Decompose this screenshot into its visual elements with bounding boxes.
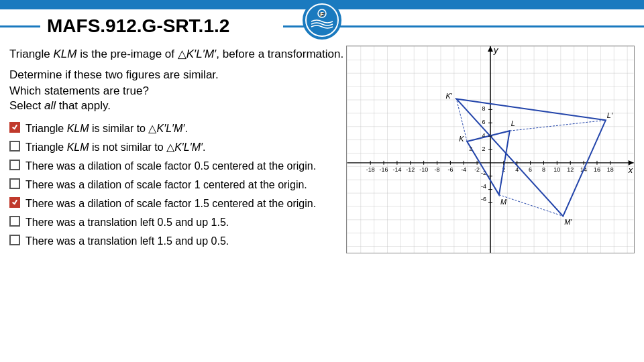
svg-text:K′: K′ [445,92,452,100]
title-line-left [0,25,40,27]
checkbox-3[interactable] [9,160,20,170]
svg-text:-4: -4 [461,166,466,173]
statement-1-text: Triangle KLM is similar to △K′L′M′. [25,121,188,137]
svg-text:2: 2 [469,145,472,152]
svg-text:8: 8 [482,105,486,112]
svg-text:18: 18 [607,166,614,173]
svg-text:-10: -10 [419,166,428,173]
statement-5-text: There was a dilation of scale factor 1.5… [25,196,316,212]
svg-text:16: 16 [594,166,600,173]
statement-2-text: Triangle KLM is not similar to △K′L′M′. [25,139,206,156]
logo-circle: 🎓 F [303,1,341,40]
svg-point-0 [306,4,338,36]
checkbox-6[interactable] [9,216,20,227]
svg-text:8: 8 [542,166,545,173]
checkbox-4[interactable] [9,178,20,189]
svg-text:6: 6 [482,119,486,125]
svg-text:x: x [628,165,633,175]
svg-text:-6: -6 [481,196,486,202]
triangle-klm: KLM [54,48,77,60]
page-title: MAFS.912.G-SRT.1.2 [40,15,283,37]
svg-text:2: 2 [482,145,486,152]
svg-text:M′: M′ [564,218,572,226]
checkbox-7[interactable] [9,235,20,245]
svg-text:-16: -16 [380,166,388,173]
triangle-prime: △K′L′M′ [178,48,217,60]
statement-6-text: There was a translation left 0.5 and up … [25,215,229,231]
svg-text:L: L [511,119,515,127]
svg-text:12: 12 [567,166,574,173]
svg-text:-12: -12 [406,166,415,173]
statement-7-text: There was a translation left 1.5 and up … [25,233,229,249]
svg-text:-8: -8 [435,166,440,173]
svg-text:6: 6 [529,166,532,173]
logo-area: 🎓 F [295,0,349,40]
svg-text:-4: -4 [481,183,486,190]
statement-4-text: There was a dilation of scale factor 1 c… [25,177,307,193]
svg-text:K: K [459,135,464,143]
checkbox-1[interactable] [9,122,20,133]
svg-text:-14: -14 [392,166,401,173]
svg-text:F: F [320,11,324,17]
checkbox-5[interactable] [9,197,20,208]
graph-area: x y 2 4 6 8 10 12 14 16 18 -2 -4 -6 -8 -… [346,46,635,253]
svg-text:-2: -2 [474,166,480,173]
svg-text:10: 10 [553,166,560,173]
svg-text:M: M [500,198,507,206]
svg-text:-6: -6 [447,166,453,173]
svg-text:-18: -18 [366,166,375,173]
checkbox-2[interactable] [9,141,20,152]
svg-text:L′: L′ [607,111,613,119]
statement-3-text: There was a dilation of scale factor 0.5… [25,158,316,174]
